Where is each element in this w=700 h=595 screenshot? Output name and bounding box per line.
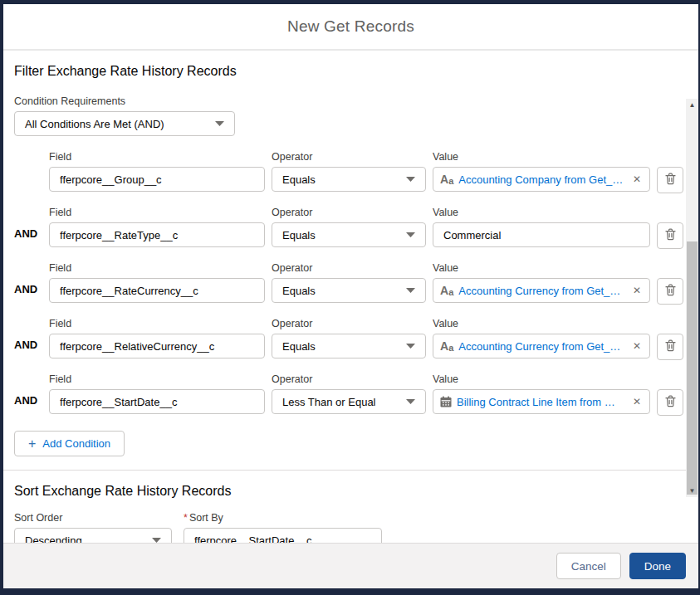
condition-requirements-value: All Conditions Are Met (AND) bbox=[25, 118, 164, 130]
value-column-label: Value bbox=[433, 207, 650, 218]
dimmed-background: New Get Records Filter Exchange Rate His… bbox=[0, 0, 700, 595]
value-column-label: Value bbox=[433, 373, 650, 385]
sort-order-value: Descending bbox=[25, 534, 82, 544]
field-column-label: Field bbox=[49, 318, 265, 329]
condition-requirements-combobox[interactable]: All Conditions Are Met (AND) bbox=[14, 111, 235, 136]
operator-combobox[interactable]: Equals bbox=[272, 334, 426, 358]
condition-row: AND Field Operator Equals Value Aa bbox=[14, 262, 665, 305]
value-column-label: Value bbox=[433, 151, 650, 163]
field-input[interactable] bbox=[49, 334, 265, 358]
delete-condition-button[interactable] bbox=[657, 389, 683, 416]
condition-row: AND Field Operator Equals Value Aa bbox=[14, 318, 665, 360]
remove-value-icon[interactable]: ✕ bbox=[631, 285, 643, 296]
operator-column-label: Operator bbox=[272, 318, 426, 329]
remove-value-icon[interactable]: ✕ bbox=[631, 340, 643, 352]
condition-row: Field Operator Equals Value Aa Accountin… bbox=[14, 151, 665, 193]
done-button[interactable]: Done bbox=[629, 553, 686, 579]
delete-condition-button[interactable] bbox=[657, 334, 683, 360]
filter-section-heading: Filter Exchange Rate History Records bbox=[14, 64, 665, 79]
value-pill[interactable]: Aa Accounting Currency from Get_… ✕ bbox=[433, 278, 650, 303]
value-pill[interactable]: Billing Contract Line Item from … ✕ bbox=[433, 389, 650, 414]
chevron-down-icon bbox=[406, 344, 415, 349]
delete-condition-button[interactable] bbox=[657, 278, 683, 305]
text-type-icon: Aa bbox=[440, 173, 453, 185]
sort-order-combobox[interactable]: Descending bbox=[14, 528, 172, 543]
operator-value: Equals bbox=[282, 173, 316, 186]
modal-body: Filter Exchange Rate History Records Con… bbox=[3, 51, 698, 543]
trash-icon bbox=[665, 395, 676, 410]
operator-combobox[interactable]: Less Than or Equal bbox=[272, 389, 426, 414]
remove-value-icon[interactable]: ✕ bbox=[631, 173, 643, 185]
field-input[interactable] bbox=[49, 278, 265, 303]
section-divider bbox=[3, 470, 698, 471]
sort-by-label: *Sort By bbox=[184, 512, 382, 524]
delete-condition-button[interactable] bbox=[657, 167, 683, 193]
value-pill[interactable]: Aa Accounting Currency from Get_… ✕ bbox=[433, 334, 650, 358]
trash-icon bbox=[665, 284, 676, 299]
scroll-down-icon[interactable]: ▼ bbox=[686, 485, 698, 497]
text-type-icon: Aa bbox=[440, 285, 453, 296]
operator-value: Equals bbox=[282, 229, 316, 241]
sort-order-label: Sort Order bbox=[14, 512, 172, 524]
field-input[interactable] bbox=[49, 389, 265, 414]
new-get-records-modal: New Get Records Filter Exchange Rate His… bbox=[3, 4, 698, 588]
operator-combobox[interactable]: Equals bbox=[272, 222, 426, 247]
value-pill-label: Billing Contract Line Item from … bbox=[457, 396, 626, 408]
delete-condition-button[interactable] bbox=[657, 222, 683, 249]
trash-icon bbox=[665, 339, 676, 354]
scrollbar-thumb[interactable] bbox=[687, 241, 698, 495]
condition-requirements-label: Condition Requirements bbox=[14, 95, 665, 107]
condition-row: AND Field Operator Equals Value bbox=[14, 207, 665, 249]
operator-value: Equals bbox=[282, 340, 316, 353]
trash-icon bbox=[665, 173, 676, 188]
field-column-label: Field bbox=[49, 373, 265, 385]
calendar-icon bbox=[440, 396, 452, 407]
and-spacer bbox=[14, 151, 42, 193]
remove-value-icon[interactable]: ✕ bbox=[631, 396, 643, 407]
value-pill[interactable]: Aa Accounting Company from Get_… ✕ bbox=[433, 167, 650, 192]
and-label: AND bbox=[14, 262, 42, 305]
value-column-label: Value bbox=[433, 318, 650, 329]
trash-icon bbox=[665, 228, 676, 243]
operator-combobox[interactable]: Equals bbox=[272, 167, 426, 192]
modal-footer: Cancel Done bbox=[3, 543, 698, 588]
value-pill-label: Accounting Currency from Get_… bbox=[458, 340, 626, 353]
operator-combobox[interactable]: Equals bbox=[272, 278, 426, 303]
and-label: AND bbox=[14, 318, 42, 360]
vertical-scrollbar[interactable]: ▲ ▼ bbox=[686, 99, 698, 497]
chevron-down-icon bbox=[406, 177, 415, 182]
operator-value: Equals bbox=[282, 285, 316, 297]
field-input[interactable] bbox=[49, 167, 265, 192]
value-pill-label: Accounting Company from Get_… bbox=[458, 173, 626, 186]
field-input[interactable] bbox=[49, 222, 265, 247]
condition-row: AND Field Operator Less Than or Equal Va… bbox=[14, 373, 665, 416]
operator-column-label: Operator bbox=[272, 151, 426, 163]
operator-value: Less Than or Equal bbox=[282, 396, 376, 408]
sort-by-input[interactable] bbox=[184, 528, 382, 543]
chevron-down-icon bbox=[215, 121, 224, 126]
value-input[interactable] bbox=[433, 222, 650, 247]
field-column-label: Field bbox=[49, 207, 265, 218]
required-asterisk: * bbox=[184, 512, 188, 524]
add-condition-label: Add Condition bbox=[42, 437, 110, 450]
and-label: AND bbox=[14, 207, 42, 249]
operator-column-label: Operator bbox=[272, 262, 426, 274]
value-pill-label: Accounting Currency from Get_… bbox=[458, 285, 626, 297]
text-type-icon: Aa bbox=[440, 340, 453, 352]
chevron-down-icon bbox=[152, 538, 161, 543]
add-condition-button[interactable]: + Add Condition bbox=[14, 431, 125, 456]
operator-column-label: Operator bbox=[272, 373, 426, 385]
field-column-label: Field bbox=[49, 262, 265, 274]
cancel-button[interactable]: Cancel bbox=[556, 553, 621, 579]
modal-header: New Get Records bbox=[3, 4, 698, 51]
chevron-down-icon bbox=[406, 288, 415, 293]
value-column-label: Value bbox=[433, 262, 650, 274]
scroll-up-icon[interactable]: ▲ bbox=[686, 99, 698, 111]
chevron-down-icon bbox=[406, 399, 415, 404]
field-column-label: Field bbox=[49, 151, 265, 163]
sort-section-heading: Sort Exchange Rate History Records bbox=[14, 484, 665, 499]
modal-title: New Get Records bbox=[287, 17, 414, 36]
operator-column-label: Operator bbox=[272, 207, 426, 218]
and-label: AND bbox=[14, 373, 42, 416]
chevron-down-icon bbox=[406, 232, 415, 237]
